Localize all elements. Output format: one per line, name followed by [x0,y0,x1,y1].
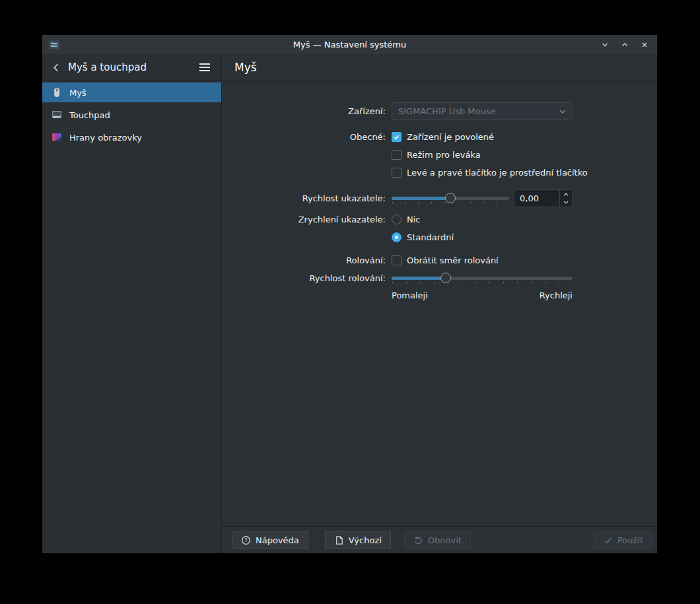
checkbox-label: Obrátit směr rolování [407,255,499,265]
checkbox-box [392,132,402,142]
mouse-icon [50,86,63,99]
checkbox-left-handed[interactable]: Režim pro leváka [392,148,481,161]
page-title: Myš [234,61,257,74]
checkbox-box [392,168,402,178]
chevron-down-icon [559,110,566,114]
apply-button[interactable]: Použít [594,531,652,549]
checkbox-label: Levé a pravé tlačítko je prostřední tlač… [407,168,588,178]
scroll-speed-label: Rychlost rolování: [222,273,386,283]
defaults-button-label: Výchozí [349,535,382,545]
defaults-button[interactable]: Výchozí [325,531,391,549]
footer-toolbar: ? Nápověda Výchozí [222,526,657,553]
pointer-speed-spinbox[interactable]: 0,00 [514,189,573,207]
checkbox-label: Režim pro leváka [407,150,481,160]
slider-handle[interactable] [445,193,456,203]
sidebar-item-screen-edges[interactable]: Hrany obrazovky [42,127,221,147]
desktop: Myš — Nastavení systému [0,0,700,604]
checkbox-label: Zařízení je povolené [407,132,494,142]
radio-label: Nic [407,215,420,224]
sidebar-list: Myš Touchpad [42,81,221,150]
spin-up-icon [563,193,569,196]
device-combobox-value: SIGMACHIP Usb Mouse [398,106,554,116]
spin-up-button[interactable] [560,190,572,199]
sidebar-item-mouse[interactable]: Myš [42,83,221,102]
slider-ticks [392,281,573,284]
sidebar-item-label: Myš [69,88,87,98]
radio-label: Standardní [407,232,454,242]
main-panel: Myš Zařízení: SIGMACHIP Usb Mouse [222,54,657,553]
pointer-speed-label: Rychlost ukazatele: [222,193,386,203]
window-controls [598,38,652,51]
radio-acceleration-none[interactable]: Nic [392,213,420,226]
checkbox-box [392,255,402,265]
touchpad-icon [50,108,63,121]
mouse-settings-form: Zařízení: SIGMACHIP Usb Mouse [222,81,657,526]
apply-check-icon [603,535,613,545]
radio-dot [392,232,402,242]
hamburger-icon [199,63,211,72]
scroll-speed-min-label: Pomaleji [392,290,428,300]
close-button[interactable] [637,38,652,51]
sidebar: Myš a touchpad [42,54,222,553]
acceleration-label: Zrychlení ukazatele: [222,215,386,224]
scroll-speed-max-label: Rychleji [540,290,573,300]
spinbox-value: 0,00 [514,190,559,207]
back-button[interactable] [49,60,63,75]
spinbox-buttons [559,190,572,207]
checkbox-invert-scroll[interactable]: Obrátit směr rolování [392,253,499,267]
maximize-button[interactable] [617,38,632,51]
checkbox-box [392,150,402,160]
app-icon [48,38,61,51]
reset-button[interactable]: Obnovit [404,531,471,549]
spin-down-icon [563,201,569,204]
device-combobox[interactable]: SIGMACHIP Usb Mouse [392,102,573,120]
screen-edges-icon [50,131,63,144]
radio-acceleration-standard[interactable]: Standardní [392,230,454,244]
sidebar-title: Myš a touchpad [68,61,147,73]
help-button[interactable]: ? Nápověda [232,531,308,549]
help-icon: ? [241,535,251,545]
sidebar-item-touchpad[interactable]: Touchpad [42,105,221,125]
help-button-label: Nápověda [256,535,299,545]
sidebar-item-label: Touchpad [69,110,110,120]
general-label: Obecné: [222,132,386,142]
radio-dot [392,215,402,224]
spin-down-button[interactable] [560,199,572,207]
main-header: Myš [222,54,657,81]
sidebar-header: Myš a touchpad [42,54,221,81]
sidebar-item-label: Hrany obrazovky [69,133,142,143]
reset-button-label: Obnovit [428,535,462,545]
system-settings-window: Myš — Nastavení systému [42,35,657,553]
scroll-speed-slider[interactable] [392,269,573,287]
pointer-speed-slider[interactable] [392,189,509,207]
slider-groove [392,277,573,280]
device-label: Zařízení: [222,106,386,116]
apply-button-label: Použít [617,535,643,545]
defaults-icon [334,535,344,545]
checkbox-device-enabled[interactable]: Zařízení je povolené [392,130,494,143]
undo-icon [413,535,423,545]
titlebar[interactable]: Myš — Nastavení systému [42,35,657,54]
checkbox-middle-button-emulation[interactable]: Levé a pravé tlačítko je prostřední tlač… [392,166,588,179]
hamburger-menu-button[interactable] [196,59,213,75]
minimize-button[interactable] [598,38,612,51]
scrolling-label: Rolování: [222,255,386,265]
svg-text:?: ? [244,537,247,543]
window-title: Myš — Nastavení systému [42,40,657,50]
check-icon [393,133,400,141]
